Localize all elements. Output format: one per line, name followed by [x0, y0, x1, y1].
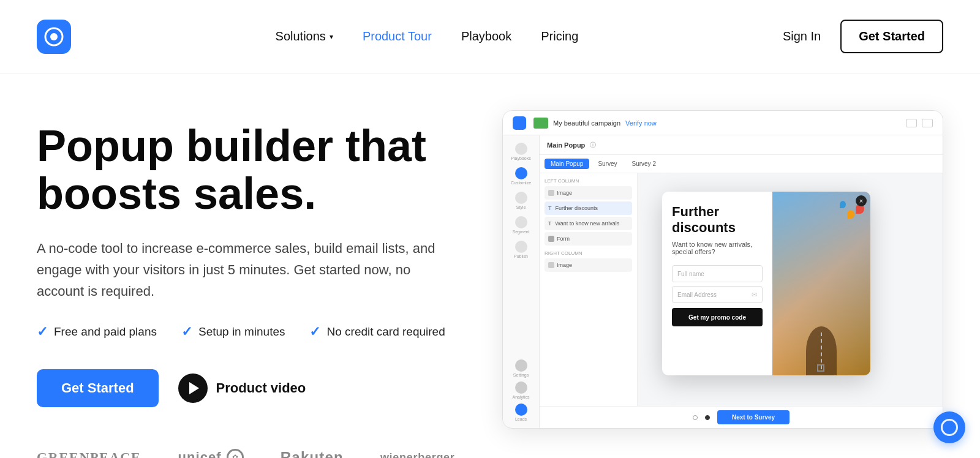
- email-icon: ✉: [752, 291, 757, 299]
- popup-cta-button[interactable]: Get my promo code: [672, 308, 763, 326]
- form-icon: [548, 236, 554, 242]
- indicator-dot: [817, 364, 824, 372]
- chevron-down-icon: ▾: [330, 32, 333, 41]
- left-column-label: LEFT COLUMN: [545, 178, 632, 184]
- hero-title: Popup builder that boosts sales.: [37, 122, 453, 218]
- image-icon-right: [548, 262, 554, 268]
- logo-rakuten: Rakuten: [281, 449, 344, 458]
- app-bottom-bar: Next to Survey: [540, 406, 943, 428]
- mobile-icon[interactable]: [922, 119, 933, 127]
- logo-greenpeace: GREENPEACE: [37, 449, 141, 458]
- sidebar-leads[interactable]: Leads: [508, 401, 535, 423]
- nav-right: Sign In Get Started: [783, 20, 943, 53]
- check-no-credit-card: ✓ No credit card required: [309, 324, 445, 340]
- text-icon: T: [548, 205, 552, 211]
- sidebar-dot: [515, 241, 527, 253]
- image-icon: [548, 190, 554, 196]
- sidebar-customize[interactable]: Customize: [508, 165, 535, 187]
- popup-email-input[interactable]: Email Address ✉: [672, 286, 763, 303]
- popup-fullname-input[interactable]: Full name: [672, 265, 763, 282]
- nav-solutions[interactable]: Solutions ▾: [276, 29, 333, 43]
- campaign-icon: [533, 118, 548, 129]
- hero-description: A no-code tool to increase e-commerce sa…: [37, 238, 453, 302]
- hero-left: Popup builder that boosts sales. A no-co…: [37, 110, 453, 458]
- tab-survey-2[interactable]: Survey 2: [626, 159, 662, 169]
- text-icon-2: T: [548, 220, 552, 227]
- checkmark-icon-2: ✓: [181, 324, 192, 340]
- logo-unicef: unicef ✿: [178, 449, 243, 458]
- app-main-header: Main Popup ⓘ: [540, 135, 943, 155]
- sidebar-publish[interactable]: Publish: [508, 238, 535, 260]
- campaign-verify[interactable]: Verify now: [625, 119, 657, 127]
- main-popup-label: Main Popup: [547, 141, 585, 149]
- get-started-button-nav[interactable]: Get Started: [840, 20, 943, 53]
- popup-subtitle: Want to know new arrivals, special offer…: [672, 241, 763, 255]
- sidebar-dot-active: [515, 167, 527, 179]
- check-free-plans: ✓ Free and paid plans: [37, 324, 157, 340]
- balloon-2: [847, 210, 854, 219]
- sidebar-dot: [515, 216, 527, 228]
- sign-in-link[interactable]: Sign In: [783, 29, 821, 43]
- get-started-button-hero[interactable]: Get Started: [37, 369, 159, 407]
- nav-pricing[interactable]: Pricing: [541, 29, 578, 43]
- hero-actions: Get Started Product video: [37, 369, 453, 407]
- panel-image[interactable]: Image: [545, 186, 632, 200]
- panel-form[interactable]: Form: [545, 232, 632, 246]
- app-content: LEFT COLUMN Image T Further discounts T: [540, 173, 943, 406]
- hero-section: Popup builder that boosts sales. A no-co…: [0, 73, 980, 458]
- left-panel: LEFT COLUMN Image T Further discounts T: [540, 173, 638, 406]
- product-video-button[interactable]: Product video: [178, 374, 306, 403]
- sidebar-segment[interactable]: Segment: [508, 214, 535, 236]
- svg-point-1: [50, 33, 58, 40]
- sidebar-dot: [515, 192, 527, 204]
- balloon-3: [840, 201, 846, 208]
- nav-links: Solutions ▾ Product Tour Playbook Pricin…: [276, 29, 579, 43]
- sidebar-playbooks[interactable]: Playbooks: [508, 140, 535, 162]
- dashed-line-indicator: [821, 332, 822, 369]
- desktop-icon[interactable]: [906, 119, 917, 127]
- next-survey-button[interactable]: Next to Survey: [717, 410, 790, 424]
- navigation: Solutions ▾ Product Tour Playbook Pricin…: [0, 0, 980, 73]
- campaign-bar: My beautiful campaign Verify now: [533, 118, 899, 129]
- app-sidebar: Playbooks Customize Style Segment: [503, 135, 540, 428]
- tab-survey[interactable]: Survey: [592, 159, 623, 169]
- app-body: Playbooks Customize Style Segment: [503, 135, 943, 428]
- step-dot-1[interactable]: [693, 415, 698, 420]
- logo-icon: [44, 27, 64, 47]
- popup-close-button[interactable]: ×: [856, 195, 867, 206]
- logo-wienerberger: wienerberger: [380, 451, 455, 458]
- logo[interactable]: [37, 20, 71, 54]
- campaign-name: My beautiful campaign: [553, 119, 620, 127]
- sidebar-analytics[interactable]: Analytics: [508, 379, 535, 401]
- app-main: Main Popup ⓘ Main Popup Survey Survey 2 …: [540, 135, 943, 428]
- sidebar-style[interactable]: Style: [508, 189, 535, 211]
- step-dot-2[interactable]: [705, 415, 710, 420]
- panel-new-arrivals[interactable]: T Want to know new arrivals: [545, 217, 632, 230]
- chat-icon: [941, 419, 958, 436]
- panel-further-discounts[interactable]: T Further discounts: [545, 201, 632, 215]
- check-setup: ✓ Setup in minutes: [181, 324, 285, 340]
- checkmark-icon-1: ✓: [37, 324, 48, 340]
- right-column-label: RIGHT COLUMN: [545, 250, 632, 256]
- nav-product-tour[interactable]: Product Tour: [363, 29, 432, 43]
- app-preview: My beautiful campaign Verify now Playboo…: [502, 110, 943, 429]
- chat-bubble[interactable]: [933, 411, 965, 443]
- popup-tabs: Main Popup Survey Survey 2: [540, 155, 943, 173]
- client-logos: GREENPEACE unicef ✿ Rakuten wienerberger: [37, 444, 453, 458]
- app-topbar-icons: [906, 119, 933, 127]
- tab-main-popup[interactable]: Main Popup: [545, 159, 589, 169]
- checkmark-icon-3: ✓: [309, 324, 320, 340]
- sidebar-settings[interactable]: Settings: [508, 357, 535, 379]
- app-logo-small: [513, 116, 526, 130]
- hero-app-screenshot: My beautiful campaign Verify now Playboo…: [502, 110, 943, 429]
- panel-image-right[interactable]: Image: [545, 258, 632, 272]
- preview-area: Further discounts Want to know new arriv…: [638, 173, 943, 406]
- hero-checks: ✓ Free and paid plans ✓ Setup in minutes…: [37, 324, 453, 340]
- popup-title: Further discounts: [672, 204, 763, 236]
- popup-preview: Further discounts Want to know new arriv…: [662, 192, 870, 375]
- unicef-emblem: ✿: [227, 449, 244, 458]
- app-topbar: My beautiful campaign Verify now: [503, 111, 943, 135]
- nav-playbook[interactable]: Playbook: [461, 29, 511, 43]
- info-icon: ⓘ: [590, 141, 596, 149]
- sidebar-dot: [515, 143, 527, 155]
